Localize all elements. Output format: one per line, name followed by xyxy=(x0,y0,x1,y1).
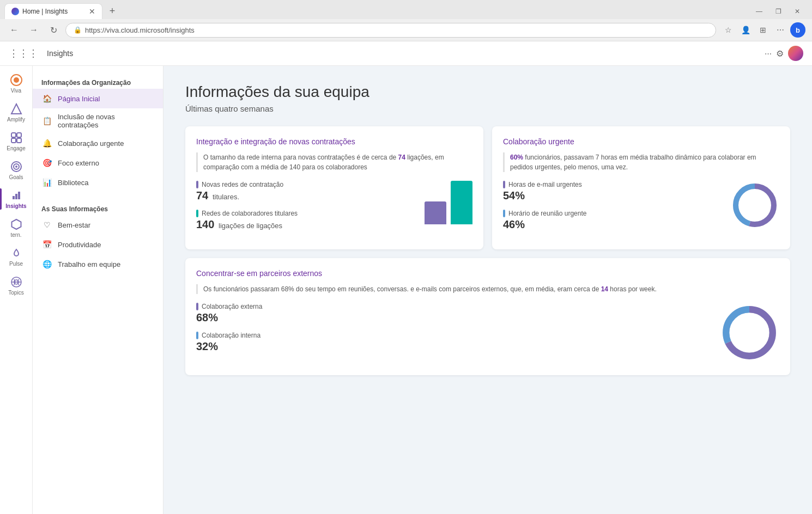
stat-urgent-email-value: 54% xyxy=(503,189,722,202)
stat-internal-collab: Colaboração interna 32% xyxy=(196,332,711,353)
external-focus-card-title: Concentrar-se em parceiros externos xyxy=(196,269,779,278)
svg-rect-3 xyxy=(11,133,16,137)
engage-label: Engage xyxy=(7,145,25,151)
goals-label: Goals xyxy=(9,174,23,180)
user-avatar[interactable] xyxy=(788,46,803,61)
sidebar-item-viva[interactable]: Viva xyxy=(0,70,32,97)
sidebar-item-pulse[interactable]: Pulse xyxy=(0,243,32,270)
new-hires-icon: 📋 xyxy=(41,115,52,126)
stat-urgent-email: Horas de e-mail urgentes 54% xyxy=(503,181,722,202)
stat-external-value: 68% xyxy=(196,311,711,324)
stat-new-hires-label: Novas redes de contratação xyxy=(196,181,416,188)
urgent-donut-chart xyxy=(730,181,779,231)
stat-internal-value: 32% xyxy=(196,340,711,353)
viva-icon xyxy=(10,74,23,87)
urgent-collab-desc: 60% funcionários, passavam 7 horas em mé… xyxy=(503,152,779,172)
browser-tab[interactable]: Home | Insights ✕ xyxy=(4,3,102,19)
profile-icon[interactable]: 👤 xyxy=(738,22,753,38)
external-stats: Colaboração externa 68% Colaboração inte… xyxy=(196,303,711,360)
svg-rect-6 xyxy=(17,138,21,143)
stat-external-collab: Colaboração externa 68% xyxy=(196,303,711,324)
nav-item-urgent-collab-label: Colaboração urgente xyxy=(58,139,124,148)
nav-item-teamwork[interactable]: 🌐 Trabalho em equipe xyxy=(33,254,163,274)
address-actions: ☆ 👤 ⊞ ⋯ b xyxy=(720,22,805,38)
nav-item-library-label: Biblioteca xyxy=(58,179,88,187)
svg-point-1 xyxy=(14,77,19,83)
sidebar-item-tern[interactable]: tern. xyxy=(0,215,32,241)
external-focus-desc: Os funcionários passaram 68% do seu temp… xyxy=(196,284,779,294)
nav-item-home[interactable]: 🏠 Página Inicial xyxy=(33,89,163,108)
settings-icon[interactable]: ⋯ xyxy=(773,22,788,38)
page-title: Informações da sua equipa xyxy=(185,83,790,101)
extensions-icon[interactable]: ⊞ xyxy=(755,22,771,38)
forward-button[interactable]: → xyxy=(26,22,41,38)
address-bar: ← → ↻ 🔒 https://viva.cloud.microsoft/ins… xyxy=(0,19,812,41)
sidebar-item-insights[interactable]: Insights xyxy=(0,186,32,212)
goals-icon xyxy=(10,160,23,173)
new-hires-highlight: 74 xyxy=(398,154,405,161)
nav-item-home-label: Página Inicial xyxy=(58,95,100,103)
nav-item-urgent-collab[interactable]: 🔔 Colaboração urgente xyxy=(33,133,163,153)
bar-existing xyxy=(451,181,472,224)
tab-close-button[interactable]: ✕ xyxy=(89,7,95,16)
bar-chart xyxy=(425,181,472,224)
wellbeing-icon: ♡ xyxy=(41,219,52,230)
new-hires-card-title: Integração e integração de novas contrat… xyxy=(196,137,472,146)
nav-item-new-hires[interactable]: 📋 Inclusão de novas contratações xyxy=(33,108,163,133)
more-options-icon[interactable]: ⋯ xyxy=(765,50,772,58)
sidebar-item-goals[interactable]: Goals xyxy=(0,157,32,183)
bar-new-hires xyxy=(425,201,446,224)
stat-urgent-meeting-indicator xyxy=(503,210,505,217)
back-button[interactable]: ← xyxy=(7,22,22,38)
svg-point-9 xyxy=(15,166,17,168)
urgent-collab-content: Horas de e-mail urgentes 54% Horário de … xyxy=(503,181,779,238)
library-icon: 📊 xyxy=(41,177,52,188)
nav-item-teamwork-label: Trabalho em equipe xyxy=(58,260,120,268)
nav-item-library[interactable]: 📊 Biblioteca xyxy=(33,173,163,192)
productivity-icon: 📅 xyxy=(41,239,52,250)
bing-button[interactable]: b xyxy=(790,22,805,38)
tab-favicon xyxy=(11,8,19,15)
nav-item-wellbeing[interactable]: ♡ Bem-estar xyxy=(33,215,163,235)
urgent-collab-card: Colaboração urgente 60% funcionários, pa… xyxy=(492,126,790,249)
close-button[interactable]: ✕ xyxy=(791,7,803,16)
urgent-highlight: 60% xyxy=(510,154,523,161)
settings-gear-icon[interactable]: ⚙ xyxy=(776,48,784,59)
nav-item-new-hires-label: Inclusão de novas contratações xyxy=(58,113,154,129)
insights-label: Insights xyxy=(5,203,26,209)
top-bar: ⋮⋮⋮ Insights ⋯ ⚙ xyxy=(0,41,812,66)
nav-item-productivity[interactable]: 📅 Produtividade xyxy=(33,235,163,254)
favorites-icon[interactable]: ☆ xyxy=(720,22,736,38)
external-focus-icon: 🎯 xyxy=(41,157,52,168)
org-section-title: Informações da Organização xyxy=(33,75,163,89)
engage-icon xyxy=(10,131,23,144)
refresh-button[interactable]: ↻ xyxy=(46,22,61,38)
stat-new-hires: Novas redes de contratação 74 titulares. xyxy=(196,181,416,202)
amplify-icon xyxy=(10,102,23,115)
app-container: Viva Amplify Engage Goals Insights xyxy=(0,66,812,514)
stat-urgent-email-label: Horas de e-mail urgentes xyxy=(503,181,722,188)
sidebar-item-topics[interactable]: Topics xyxy=(0,272,32,299)
nav-item-wellbeing-label: Bem-estar xyxy=(58,221,90,229)
sidebar-item-amplify[interactable]: Amplify xyxy=(0,99,32,126)
stat-urgent-meeting: Horário de reunião urgente 46% xyxy=(503,210,722,231)
new-tab-button[interactable]: + xyxy=(105,4,120,19)
apps-menu-icon[interactable]: ⋮⋮⋮ xyxy=(9,47,38,59)
topics-label: Topics xyxy=(8,290,23,296)
app-title: Insights xyxy=(47,49,73,58)
stat-internal-indicator xyxy=(196,332,198,339)
new-hires-card-desc: O tamanho da rede interna para novas con… xyxy=(196,152,472,172)
external-focus-card: Concentrar-se em parceiros externos Os f… xyxy=(185,258,790,375)
tab-title: Home | Insights xyxy=(22,8,86,15)
window-controls: — ❐ ✕ xyxy=(753,7,808,16)
minimize-button[interactable]: — xyxy=(753,7,766,16)
nav-item-external-focus[interactable]: 🎯 Foco externo xyxy=(33,153,163,173)
new-hires-card-content: Novas redes de contratação 74 titulares. xyxy=(196,181,472,238)
svg-rect-5 xyxy=(11,138,16,143)
insights-icon xyxy=(10,189,23,202)
sidebar-item-engage[interactable]: Engage xyxy=(0,128,32,155)
url-bar[interactable]: 🔒 https://viva.cloud.microsoft/insights xyxy=(65,23,716,38)
stat-existing-hires: Redes de colaboradores titulares 140 lig… xyxy=(196,210,416,231)
maximize-button[interactable]: ❐ xyxy=(772,7,785,16)
topics-icon xyxy=(10,276,23,289)
